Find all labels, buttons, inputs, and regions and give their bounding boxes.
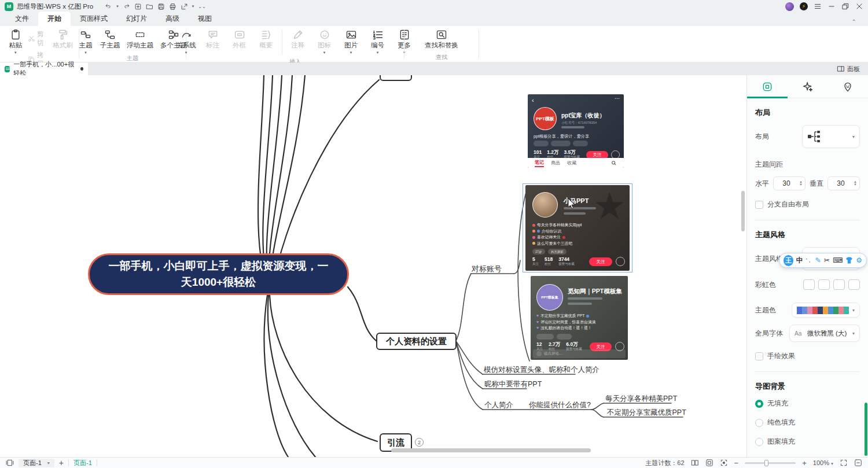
picture-button[interactable]: 图片▾: [338, 27, 365, 55]
screenshot-mizhi-ppt[interactable]: PPT模板集 觅知网｜PPT模板集 ♥不定期分享宝藏优质 PPT ♥评论区定时回…: [531, 276, 628, 360]
new-button[interactable]: [134, 3, 142, 10]
numbering-icon: [372, 29, 384, 40]
clipped-top-node[interactable]: [380, 75, 412, 81]
tab-home[interactable]: 开始: [38, 12, 71, 26]
add-page-button[interactable]: +: [59, 458, 64, 467]
ime-pen-icon[interactable]: ✎: [815, 256, 821, 264]
active-page-tab[interactable]: 页面-1: [73, 459, 92, 467]
split-view-icon[interactable]: [691, 459, 699, 467]
panel-toggle-button[interactable]: 面板: [829, 62, 868, 75]
open-button[interactable]: [146, 3, 153, 10]
star-watermark: ★: [593, 189, 626, 223]
boundary-button[interactable]: 外框: [226, 27, 253, 50]
callout-button[interactable]: 标注: [200, 27, 226, 50]
child-node-nickname[interactable]: 昵称中要带有PPT: [484, 379, 542, 389]
screenshot-ppt-baoku[interactable]: ‹ ⋯ PPT模板 ppt宝库（收徒） 小红书号：6716078354 ppt模…: [528, 94, 624, 168]
close-button[interactable]: [855, 2, 863, 10]
ime-toolbar[interactable]: 王 中 ’， ✎ ✂ ⌨ ⚙: [779, 253, 867, 268]
customize-toolbar-icon[interactable]: ⌄⌄: [198, 4, 205, 9]
tab-view[interactable]: 视图: [189, 12, 221, 26]
answer-node-daily-ppt[interactable]: 每天分享各种精美PPT: [605, 394, 677, 404]
screenshot-xiaoma-ppt[interactable]: ★ 小马PPT 每天分享各种精美实用ppt 介绍你认识 喜欢记得关注 这么可爱来…: [525, 185, 630, 271]
solid-fill-radio[interactable]: [755, 419, 763, 427]
icon-button[interactable]: 图标▾: [311, 27, 338, 55]
paste-button[interactable]: 粘贴▾: [3, 27, 28, 55]
child-node-imitate[interactable]: 模仿对标设置头像、昵称和个人简介: [484, 365, 599, 375]
minimize-button[interactable]: [827, 2, 836, 10]
subtopic-button[interactable]: 子主题: [97, 27, 123, 50]
zoom-in-button[interactable]: +: [802, 459, 807, 467]
more-dots-icon: ⋯: [615, 95, 620, 101]
cut-button[interactable]: 剪切: [28, 30, 49, 47]
panel-tab-ai[interactable]: [788, 75, 828, 98]
ime-logo-icon[interactable]: 王: [784, 255, 793, 266]
ime-keyboard-icon[interactable]: ⌨: [833, 256, 843, 264]
comment-button[interactable]: 注释: [285, 27, 311, 50]
tab-page-style[interactable]: 页面样式: [71, 12, 117, 26]
print-button[interactable]: [169, 3, 176, 10]
tab-file[interactable]: 文件: [6, 12, 38, 26]
document-tab[interactable]: 一部手机，小...00+很轻松: [0, 62, 88, 75]
collapsed-count-badge[interactable]: 2: [415, 438, 424, 447]
global-font-dropdown[interactable]: Aa 微软雅黑 (大) ▾: [789, 325, 860, 342]
zoom-out-button[interactable]: −: [734, 459, 739, 467]
panel-tab-sticker[interactable]: [827, 75, 868, 98]
profile-settings-node[interactable]: 个人资料的设置: [376, 333, 457, 350]
free-layout-checkbox[interactable]: [755, 201, 763, 209]
child-node-value-question[interactable]: 你能提供什么价值?: [529, 400, 591, 410]
share-caret-icon[interactable]: ▾: [192, 4, 194, 9]
child-node-bio[interactable]: 个人简介: [484, 400, 513, 410]
restore-button[interactable]: [841, 2, 849, 10]
zoom-value[interactable]: 100%: [813, 459, 829, 466]
panel-scrollbar[interactable]: [865, 403, 867, 456]
menu-icon[interactable]: [814, 2, 822, 10]
collapse-statusbar-icon[interactable]: [854, 459, 862, 467]
save-button[interactable]: [157, 3, 165, 10]
vertical-scrollbar[interactable]: [741, 191, 745, 231]
tab-slideshow[interactable]: 幻灯片: [117, 12, 156, 26]
topic-button[interactable]: 主题▾: [75, 27, 97, 55]
relation-line-button[interactable]: 关系线▾: [173, 27, 200, 55]
pattern-fill-radio[interactable]: [755, 438, 763, 446]
tab-advanced[interactable]: 高级: [156, 12, 189, 26]
find-replace-button[interactable]: 查找和替换: [419, 27, 464, 50]
horizontal-scrollbar[interactable]: [391, 448, 591, 452]
horizontal-spacing-stepper[interactable]: 30 ▲▼: [773, 176, 806, 190]
svip-badge-icon[interactable]: ⚡: [800, 2, 808, 10]
numbering-button[interactable]: 编号▾: [365, 27, 391, 55]
fit-page-icon[interactable]: [705, 459, 713, 467]
format-painter-button[interactable]: 格式刷: [49, 27, 77, 50]
vertical-spacing-stepper[interactable]: 30 ▲▼: [827, 176, 860, 190]
undo-button[interactable]: [105, 3, 112, 10]
benchmark-account-label[interactable]: 对标账号: [472, 264, 502, 274]
redo-button[interactable]: [123, 3, 130, 10]
ime-scissors-icon[interactable]: ✂: [824, 256, 830, 264]
shot3-avatar: PPT模板集: [536, 284, 563, 311]
ime-punctuation[interactable]: ’，: [806, 257, 812, 264]
collapse-ribbon-icon[interactable]: ⌃: [846, 17, 862, 26]
no-fill-radio[interactable]: [755, 400, 763, 408]
undo-caret-icon[interactable]: ▾: [116, 4, 119, 9]
zoom-slider-thumb[interactable]: [764, 460, 768, 466]
central-topic-node[interactable]: 一部手机，小白即可上手，虚拟资源变现，一天1000+很轻松: [88, 253, 349, 295]
theme-color-dropdown[interactable]: ▾: [792, 303, 860, 318]
answer-node-treasure-ppt[interactable]: 不定期分享宝藏优质PPT: [607, 408, 686, 418]
hand-drawn-checkbox[interactable]: [755, 352, 763, 360]
layout-dropdown[interactable]: ▾: [802, 125, 860, 148]
floating-topic-button[interactable]: 浮动主题: [123, 27, 157, 50]
summary-button[interactable]: 概要: [253, 27, 279, 50]
rainbow-buttons[interactable]: [803, 279, 860, 290]
user-avatar[interactable]: [785, 2, 794, 11]
fullscreen-icon[interactable]: [840, 459, 848, 467]
ime-mode-chinese[interactable]: 中: [796, 256, 803, 266]
share-button[interactable]: [181, 3, 188, 10]
zoom-slider[interactable]: [745, 462, 796, 464]
group-label-topic: 主题: [127, 55, 138, 62]
page-selector[interactable]: 页面-1▾: [19, 459, 54, 467]
ime-skin-icon[interactable]: [845, 257, 853, 264]
ime-settings-icon[interactable]: ⚙: [856, 256, 862, 264]
panel-tab-layout[interactable]: [747, 75, 788, 98]
mindmap-canvas[interactable]: 一部手机，小白即可上手，虚拟资源变现，一天1000+很轻松 个人资料的设置 对标…: [0, 75, 746, 457]
pages-view-icon[interactable]: [6, 459, 14, 467]
focus-selection-icon[interactable]: [720, 459, 728, 467]
